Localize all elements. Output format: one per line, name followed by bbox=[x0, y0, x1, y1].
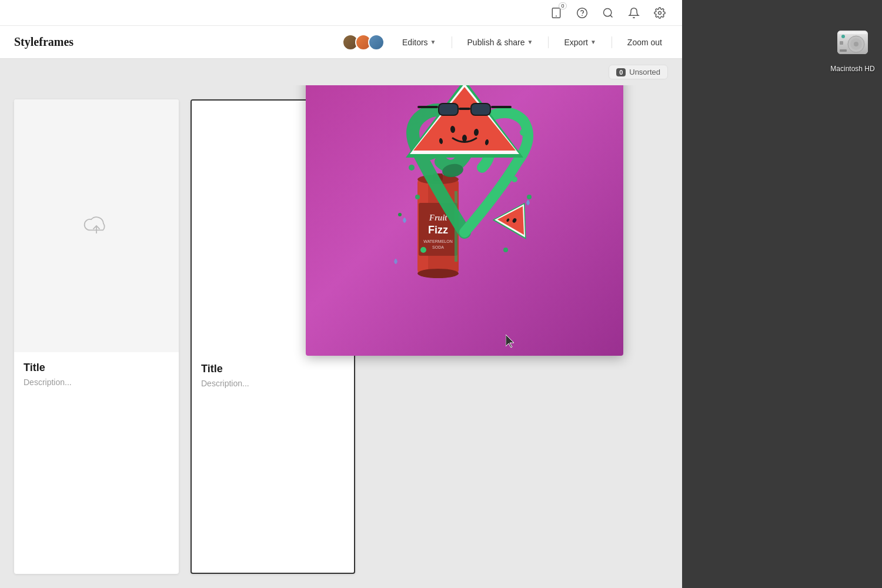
hd-drive-icon bbox=[834, 24, 871, 61]
card-1-title: Title bbox=[24, 362, 169, 374]
editors-button[interactable]: Editors ▼ bbox=[396, 34, 442, 51]
header-top-bar: 0 bbox=[0, 0, 682, 26]
svg-point-26 bbox=[398, 213, 402, 216]
svg-line-5 bbox=[610, 15, 613, 17]
card-2-info: Title Description... bbox=[192, 353, 354, 397]
header-main: Styleframes Editors ▼ Publish & share bbox=[0, 26, 682, 59]
zoom-out-button[interactable]: Zoom out bbox=[622, 34, 668, 51]
svg-rect-44 bbox=[417, 106, 438, 108]
content-area: Title Description... Title Description..… bbox=[0, 85, 682, 588]
svg-point-4 bbox=[604, 8, 612, 16]
editors-chevron-icon: ▼ bbox=[430, 39, 436, 45]
card-1-description: Description... bbox=[24, 377, 169, 387]
unsorted-row: 0 Unsorted bbox=[0, 59, 682, 85]
card-2-description: Description... bbox=[201, 379, 345, 388]
watermelon-illustration: Fruit Fizz WATERMELON SODA bbox=[341, 85, 588, 350]
hd-label: Macintosh HD bbox=[830, 65, 874, 73]
settings-icon-btn[interactable] bbox=[652, 5, 668, 21]
svg-point-23 bbox=[520, 129, 527, 136]
svg-point-59 bbox=[854, 42, 858, 46]
app-title: Styleframes bbox=[14, 35, 74, 49]
watermelon-card[interactable]: Fruit Fizz WATERMELON SODA bbox=[306, 85, 623, 356]
editors-label: Editors bbox=[402, 38, 428, 47]
svg-rect-56 bbox=[838, 32, 867, 34]
main-app-window: 0 bbox=[0, 0, 682, 588]
svg-point-2 bbox=[577, 8, 587, 18]
publish-chevron-icon: ▼ bbox=[527, 39, 533, 45]
search-icon-btn[interactable] bbox=[600, 5, 616, 21]
tablet-badge: 0 bbox=[559, 2, 567, 9]
svg-text:SODA: SODA bbox=[432, 245, 444, 249]
help-icon-btn[interactable] bbox=[574, 5, 590, 21]
svg-rect-60 bbox=[840, 49, 847, 52]
screen: 0 bbox=[0, 0, 882, 588]
svg-rect-43 bbox=[459, 108, 470, 110]
svg-marker-51 bbox=[497, 199, 536, 235]
svg-point-25 bbox=[512, 176, 517, 182]
avatar-3 bbox=[368, 34, 385, 51]
svg-rect-45 bbox=[491, 106, 512, 108]
card-1: Title Description... bbox=[14, 99, 179, 574]
svg-point-6 bbox=[659, 11, 662, 14]
nav-sep-1 bbox=[452, 36, 452, 48]
svg-text:Fizz: Fizz bbox=[428, 224, 448, 236]
card-1-image[interactable] bbox=[14, 99, 179, 352]
bell-icon-btn[interactable] bbox=[626, 5, 642, 21]
upload-icon bbox=[82, 212, 111, 240]
svg-point-29 bbox=[503, 248, 508, 252]
tablet-icon-btn[interactable]: 0 bbox=[548, 5, 564, 21]
svg-rect-61 bbox=[840, 41, 843, 45]
svg-rect-42 bbox=[472, 104, 490, 115]
unsorted-label: Unsorted bbox=[629, 68, 660, 76]
publish-share-button[interactable]: Publish & share ▼ bbox=[462, 34, 539, 51]
nav-sep-3 bbox=[612, 36, 612, 48]
svg-point-36 bbox=[462, 135, 467, 142]
desktop-area: Macintosh HD bbox=[682, 0, 882, 588]
editors-avatars bbox=[342, 34, 385, 51]
unsorted-badge: 0 Unsorted bbox=[609, 65, 668, 79]
svg-point-28 bbox=[420, 247, 426, 253]
zoom-label: Zoom out bbox=[627, 38, 662, 47]
nav-sep-2 bbox=[548, 36, 549, 48]
svg-point-22 bbox=[409, 165, 415, 171]
svg-text:WATERMELON: WATERMELON bbox=[423, 239, 452, 243]
svg-point-17 bbox=[417, 269, 459, 278]
svg-point-27 bbox=[527, 195, 532, 199]
svg-point-62 bbox=[841, 35, 845, 38]
svg-point-24 bbox=[415, 195, 420, 199]
svg-text:Fruit: Fruit bbox=[429, 213, 447, 222]
svg-rect-40 bbox=[439, 104, 457, 115]
export-chevron-icon: ▼ bbox=[590, 39, 596, 45]
export-label: Export bbox=[564, 38, 587, 47]
card-2-title: Title bbox=[201, 363, 345, 375]
export-button[interactable]: Export ▼ bbox=[558, 34, 602, 51]
macintosh-hd-icon[interactable]: Macintosh HD bbox=[823, 24, 882, 82]
unsorted-count: 0 bbox=[616, 68, 626, 76]
publish-label: Publish & share bbox=[467, 38, 525, 47]
card-1-info: Title Description... bbox=[14, 352, 179, 396]
